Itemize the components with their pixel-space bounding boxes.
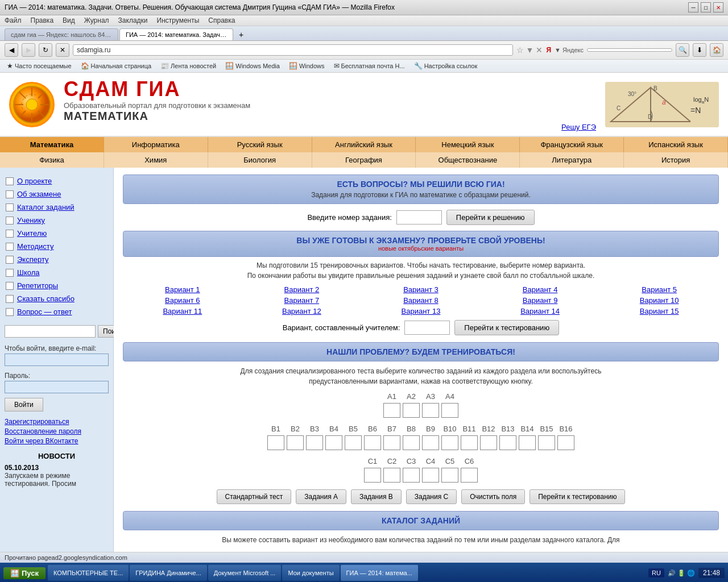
sidebar-item-8[interactable]: Репетиторы [5, 279, 109, 292]
tab-add-btn[interactable]: + [234, 29, 248, 40]
sidebar-item-5[interactable]: Методисту [5, 240, 109, 253]
checkbox-7[interactable] [6, 269, 14, 277]
checkbox-4[interactable] [6, 230, 14, 238]
tasks-c-btn[interactable]: Задания С [406, 489, 457, 504]
clear-btn[interactable]: Очистить поля [461, 489, 525, 504]
tab-2[interactable]: ГИА — 2014: математика. Задачи. Отв. ... [119, 28, 233, 40]
checkbox-2[interactable] [6, 203, 14, 211]
variant-3[interactable]: Вариант 3 [398, 285, 444, 294]
variant-6[interactable]: Вариант 6 [160, 296, 205, 305]
bookmark-mail[interactable]: ✉ Бесплатная почта Н... [332, 61, 407, 70]
a3-input[interactable] [422, 403, 439, 418]
back-btn[interactable]: ◀ [5, 43, 18, 57]
checkbox-1[interactable] [6, 190, 14, 198]
sidebar-link-2[interactable]: Каталог заданий [17, 203, 75, 211]
nav-spanish[interactable]: Испанский язык [624, 137, 728, 152]
teacher-go-btn[interactable]: Перейти к тестированию [454, 320, 559, 335]
forward-btn[interactable]: ▶ [22, 43, 35, 57]
nav-french[interactable]: Французский язык [520, 137, 624, 152]
sidebar-item-10[interactable]: Вопрос — ответ [5, 305, 109, 318]
b5-input[interactable] [345, 435, 362, 450]
variant-5[interactable]: Вариант 5 [636, 285, 682, 294]
sidebar-item-6[interactable]: Эксперту [5, 253, 109, 266]
b12-input[interactable] [480, 435, 497, 450]
taskbar-item-2[interactable]: Документ Microsoft ... [208, 565, 282, 581]
search-input[interactable] [5, 325, 96, 338]
b9-input[interactable] [422, 435, 439, 450]
menu-help[interactable]: Справка [208, 16, 235, 24]
sidebar-item-2[interactable]: Каталог заданий [5, 201, 109, 214]
tasks-b-btn[interactable]: Задания В [351, 489, 402, 504]
start-button[interactable]: 🪟 Пуск [3, 567, 46, 579]
variant-13[interactable]: Вариант 13 [398, 307, 444, 315]
sidebar-item-4[interactable]: Учителю [5, 227, 109, 240]
variant-12[interactable]: Вариант 12 [279, 307, 324, 315]
nav-chemistry[interactable]: Химия [104, 152, 208, 168]
nav-math[interactable]: Математика [0, 137, 104, 152]
sidebar-item-0[interactable]: О проекте [5, 174, 109, 188]
teacher-input[interactable] [404, 321, 450, 335]
nav-cs[interactable]: Информатика [104, 137, 208, 152]
menu-tools[interactable]: Инструменты [157, 16, 200, 24]
home-btn[interactable]: 🏠 [710, 43, 723, 57]
c3-input[interactable] [403, 468, 420, 483]
login-btn[interactable]: Войти [5, 398, 43, 411]
sidebar-link-10[interactable]: Вопрос — ответ [17, 307, 72, 316]
bookmark-news[interactable]: 📰 Лента новостей [158, 61, 218, 70]
sidebar-link-8[interactable]: Репетиторы [17, 281, 58, 290]
variant-1[interactable]: Вариант 1 [160, 285, 205, 294]
bookmark-settings[interactable]: 🔧 Настройка ссылок [412, 61, 480, 70]
checkbox-0[interactable] [6, 177, 14, 185]
sidebar-link-5[interactable]: Методисту [17, 242, 53, 251]
checkbox-6[interactable] [6, 256, 14, 264]
taskbar-item-4[interactable]: ГИА — 2014: матема... [341, 565, 418, 581]
a2-input[interactable] [403, 403, 420, 418]
stop-btn[interactable]: ✕ [56, 43, 69, 57]
nav-physics[interactable]: Физика [0, 152, 104, 168]
variant-14[interactable]: Вариант 14 [518, 307, 563, 315]
minimize-btn[interactable]: ─ [688, 2, 698, 13]
menu-edit[interactable]: Правка [31, 16, 54, 24]
maximize-btn[interactable]: □ [701, 2, 711, 13]
sidebar-link-0[interactable]: О проекте [17, 177, 52, 185]
download-btn[interactable]: ⬇ [693, 43, 706, 57]
a4-input[interactable] [441, 403, 458, 418]
sidebar-link-1[interactable]: Об экзамене [17, 190, 61, 198]
checkbox-9[interactable] [6, 295, 14, 303]
url-box[interactable]: sdamgia.ru [73, 44, 513, 56]
tab-1[interactable]: сдам гиа — Яндекс: нашлось 840 тыс. ... [5, 28, 118, 40]
tasks-a-btn[interactable]: Задания А [296, 489, 346, 504]
go-test-btn[interactable]: Перейти к тестированию [530, 489, 625, 504]
variant-7[interactable]: Вариант 7 [279, 296, 324, 305]
go-solution-btn[interactable]: Перейти к решению [446, 210, 535, 225]
b14-input[interactable] [519, 435, 536, 450]
standard-test-btn[interactable]: Стандартный тест [217, 489, 292, 504]
bookmark-media[interactable]: 🪟 Windows Media [223, 61, 282, 70]
sidebar-link-4[interactable]: Учителю [17, 229, 47, 238]
search-go-btn[interactable]: 🔍 [676, 43, 689, 57]
b10-input[interactable] [441, 435, 458, 450]
b1-input[interactable] [267, 435, 284, 450]
b2-input[interactable] [287, 435, 304, 450]
taskbar-item-1[interactable]: ГРИДИНА Динамиче... [130, 565, 206, 581]
variant-10[interactable]: Вариант 10 [636, 296, 682, 305]
c4-input[interactable] [422, 468, 439, 483]
b3-input[interactable] [306, 435, 323, 450]
b7-input[interactable] [383, 435, 400, 450]
variant-2[interactable]: Вариант 2 [279, 285, 324, 294]
variant-8[interactable]: Вариант 8 [398, 296, 444, 305]
a1-input[interactable] [383, 403, 400, 418]
menu-history[interactable]: Журнал [84, 16, 109, 24]
menu-view[interactable]: Вид [63, 16, 75, 24]
taskbar-item-0[interactable]: КОМПЬЮТЕРНЫЕ ТЕ... [48, 565, 129, 581]
bookmark-frequent[interactable]: ★ Часто посещаемые [5, 61, 74, 70]
b8-input[interactable] [403, 435, 420, 450]
sidebar-item-1[interactable]: Об экзамене [5, 188, 109, 201]
nav-history[interactable]: История [624, 152, 728, 168]
search-box[interactable] [587, 48, 672, 52]
sidebar-link-3[interactable]: Ученику [17, 216, 45, 225]
nav-social[interactable]: Обществознание [416, 152, 520, 168]
c5-input[interactable] [441, 468, 458, 483]
sidebar-item-7[interactable]: Школа [5, 266, 109, 279]
checkbox-5[interactable] [6, 243, 14, 251]
